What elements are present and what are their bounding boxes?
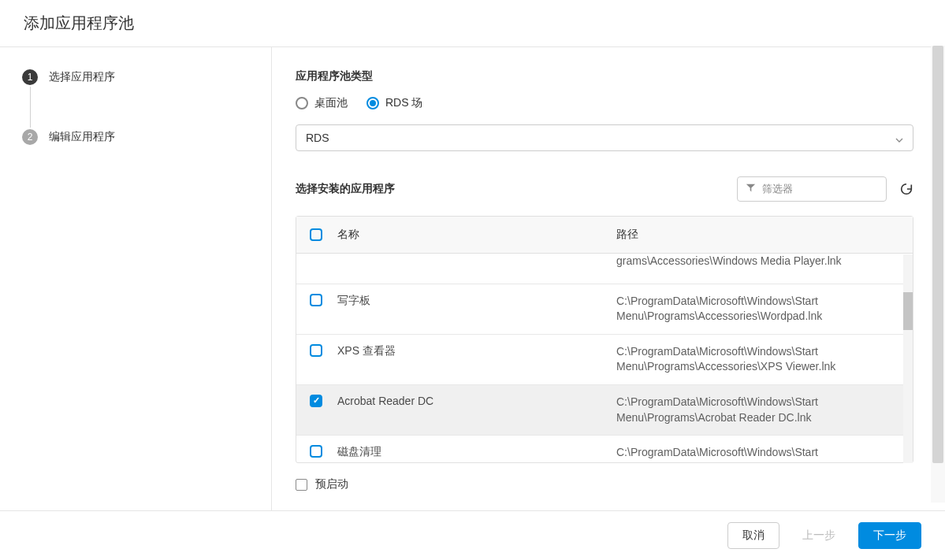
prev-button: 上一步 <box>787 522 850 549</box>
wizard-step-2[interactable]: 2 编辑应用程序 <box>22 129 255 145</box>
table-row[interactable]: ✓ Acrobat Reader DC C:\ProgramData\Micro… <box>296 384 913 435</box>
step-number-2: 2 <box>22 129 38 145</box>
funnel-icon <box>746 183 756 195</box>
cell-name: 写字板 <box>336 294 616 308</box>
rds-select[interactable]: RDS <box>296 124 913 151</box>
dialog-header: 添加应用程序池 <box>0 0 945 47</box>
cell-name: Acrobat Reader DC <box>336 395 616 407</box>
dialog-footer: 取消 上一步 下一步 <box>0 510 945 560</box>
select-all-checkbox[interactable] <box>310 228 322 241</box>
cell-path: C:\ProgramData\Microsoft\Windows\Start M… <box>616 445 913 462</box>
checkmark-icon: ✓ <box>313 396 320 405</box>
filter-input[interactable]: 筛选器 <box>737 176 887 202</box>
step-number-1: 1 <box>22 69 38 85</box>
row-checkbox[interactable]: ✓ <box>310 395 322 407</box>
radio-dot <box>370 100 376 106</box>
pool-type-label: 应用程序池类型 <box>296 69 913 83</box>
radio-label-rds: RDS 场 <box>385 96 422 110</box>
step-label-1: 选择应用程序 <box>49 70 115 84</box>
table-header: 名称 路径 <box>296 217 913 254</box>
wizard-sidebar: 1 选择应用程序 2 编辑应用程序 <box>0 47 272 510</box>
radio-rds-farm[interactable]: RDS 场 <box>366 96 422 110</box>
apps-table: 名称 路径 grams\Accessories\Windows Media Pl… <box>296 216 913 463</box>
cell-name: XPS 查看器 <box>336 344 616 358</box>
prelaunch-label: 预启动 <box>315 477 348 491</box>
prelaunch-row[interactable]: 预启动 <box>296 477 913 491</box>
chevron-down-icon <box>895 134 903 142</box>
step-connector <box>30 87 31 128</box>
step-label-2: 编辑应用程序 <box>49 130 115 144</box>
dialog-title: 添加应用程序池 <box>24 13 921 34</box>
content-panel: 应用程序池类型 桌面池 RDS 场 RDS <box>272 47 945 510</box>
table-row[interactable]: grams\Accessories\Windows Media Player.l… <box>296 254 913 284</box>
table-body[interactable]: grams\Accessories\Windows Media Player.l… <box>296 254 913 462</box>
row-checkbox[interactable] <box>310 344 322 357</box>
table-row[interactable]: 写字板 C:\ProgramData\Microsoft\Windows\Sta… <box>296 284 913 334</box>
column-header-path[interactable]: 路径 <box>616 228 913 242</box>
cell-path: C:\ProgramData\Microsoft\Windows\Start M… <box>616 395 913 425</box>
cancel-button[interactable]: 取消 <box>727 522 779 549</box>
cell-name: 磁盘清理 <box>336 445 616 459</box>
radio-circle-unchecked <box>296 97 308 109</box>
radio-label-desktop: 桌面池 <box>314 96 348 110</box>
select-value: RDS <box>306 132 329 144</box>
radio-circle-checked <box>366 97 379 109</box>
row-checkbox[interactable] <box>310 294 322 306</box>
column-header-name[interactable]: 名称 <box>336 228 616 242</box>
filter-placeholder: 筛选器 <box>762 182 793 196</box>
refresh-button[interactable] <box>899 182 913 196</box>
cell-path: C:\ProgramData\Microsoft\Windows\Start M… <box>616 344 913 375</box>
wizard-step-1[interactable]: 1 选择应用程序 <box>22 69 255 85</box>
next-button[interactable]: 下一步 <box>858 522 921 549</box>
table-row[interactable]: 磁盘清理 C:\ProgramData\Microsoft\Windows\St… <box>296 435 913 462</box>
outer-scrollbar-thumb[interactable] <box>932 46 943 463</box>
installed-apps-label: 选择安装的应用程序 <box>296 182 395 196</box>
prelaunch-checkbox[interactable] <box>296 479 307 491</box>
row-checkbox[interactable] <box>310 445 322 458</box>
table-row[interactable]: XPS 查看器 C:\ProgramData\Microsoft\Windows… <box>296 334 913 384</box>
radio-desktop-pool[interactable]: 桌面池 <box>296 96 348 110</box>
outer-scrollbar[interactable] <box>931 46 945 503</box>
table-scrollbar[interactable] <box>903 254 913 463</box>
radio-group-pool-type: 桌面池 RDS 场 <box>296 96 913 110</box>
scrollbar-thumb[interactable] <box>903 292 913 330</box>
cell-path: C:\ProgramData\Microsoft\Windows\Start M… <box>616 294 913 325</box>
